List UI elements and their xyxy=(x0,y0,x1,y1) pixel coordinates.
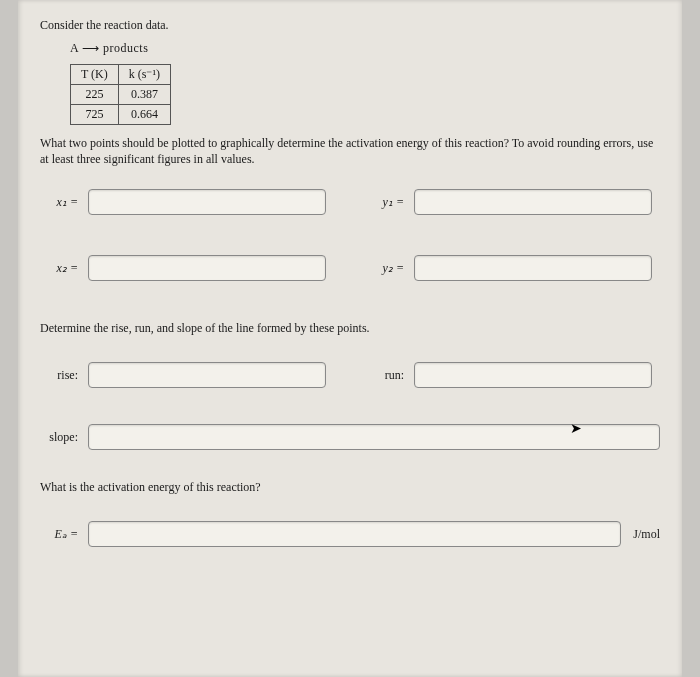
input-y1[interactable] xyxy=(414,189,652,215)
input-ea[interactable] xyxy=(88,521,621,547)
table-header-row: T (K) k (s⁻¹) xyxy=(71,65,171,85)
worksheet-page: Consider the reaction data. A ⟶ products… xyxy=(18,0,682,677)
question-activation-energy: What is the activation energy of this re… xyxy=(40,480,660,495)
row-point2: x₂ = y₂ = xyxy=(40,255,660,281)
input-x2[interactable] xyxy=(88,255,326,281)
row-activation-energy: Eₐ = J/mol xyxy=(40,521,660,547)
table-row: 225 0.387 xyxy=(71,85,171,105)
input-rise[interactable] xyxy=(88,362,326,388)
cell-T2: 725 xyxy=(71,105,119,125)
label-y2: y₂ = xyxy=(366,261,408,276)
row-slope: slope: xyxy=(40,424,660,450)
label-slope: slope: xyxy=(40,430,82,445)
cell-k1: 0.387 xyxy=(118,85,170,105)
row-rise-run: rise: run: xyxy=(40,362,660,388)
label-ea: Eₐ = xyxy=(40,527,82,542)
cell-T1: 225 xyxy=(71,85,119,105)
unit-jmol: J/mol xyxy=(633,527,660,542)
cell-k2: 0.664 xyxy=(118,105,170,125)
question-points: What two points should be plotted to gra… xyxy=(40,135,660,167)
input-run[interactable] xyxy=(414,362,652,388)
label-x2: x₂ = xyxy=(40,261,82,276)
determine-text: Determine the rise, run, and slope of th… xyxy=(40,321,660,336)
label-x1: x₁ = xyxy=(40,195,82,210)
reaction-equation: A ⟶ products xyxy=(70,41,660,56)
intro-text: Consider the reaction data. xyxy=(40,18,660,33)
header-rate-constant: k (s⁻¹) xyxy=(118,65,170,85)
table-row: 725 0.664 xyxy=(71,105,171,125)
header-temperature: T (K) xyxy=(71,65,119,85)
input-y2[interactable] xyxy=(414,255,652,281)
reaction-data-table: T (K) k (s⁻¹) 225 0.387 725 0.664 xyxy=(70,64,171,125)
input-x1[interactable] xyxy=(88,189,326,215)
label-y1: y₁ = xyxy=(366,195,408,210)
label-rise: rise: xyxy=(40,368,82,383)
input-slope[interactable] xyxy=(88,424,660,450)
label-run: run: xyxy=(366,368,408,383)
row-point1: x₁ = y₁ = xyxy=(40,189,660,215)
